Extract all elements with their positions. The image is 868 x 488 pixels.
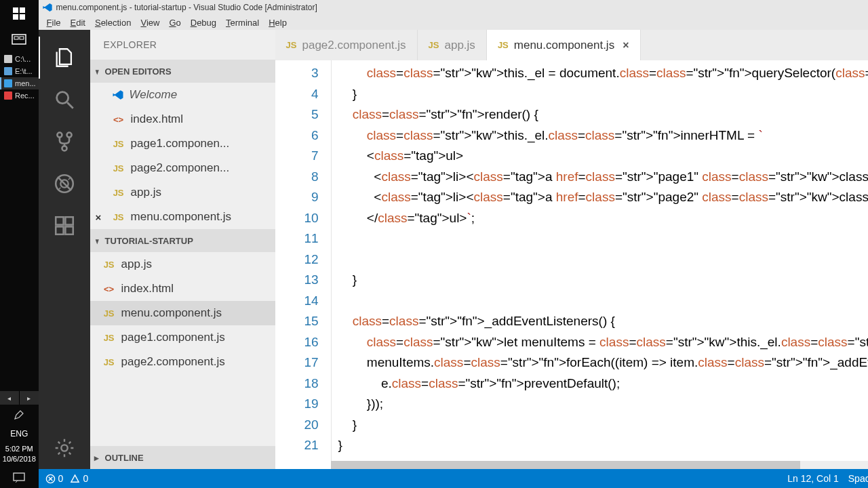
task-view-button[interactable] [0,27,39,53]
task-view-icon [12,34,26,46]
horizontal-scrollbar[interactable] [331,461,868,469]
code-editor[interactable]: 3456789101112131415161718192021 class=cl… [275,60,868,469]
chevron-down-icon: ▾ [95,236,100,246]
svg-rect-3 [14,473,24,481]
source-control-activity[interactable] [39,121,90,163]
sidebar-title: EXPLORER [90,30,275,60]
menu-edit[interactable]: Edit [66,18,90,28]
menu-terminal[interactable]: Terminal [222,18,263,28]
menubar: FileEditSelectionViewGoDebugTerminalHelp [39,15,868,30]
menu-file[interactable]: File [43,18,65,28]
git-icon [53,130,76,153]
open-editor-item[interactable]: JSpage2.componen... [90,156,275,180]
start-button[interactable] [0,0,39,27]
file-item[interactable]: JSpage2.component.js [90,350,275,374]
activity-bar [39,30,90,469]
svg-line-5 [67,102,73,108]
warning-icon [70,474,80,484]
window-title: menu.component.js - tutorial-startup - V… [56,3,868,12]
explorer-activity[interactable] [39,37,90,79]
menu-help[interactable]: Help [264,18,291,28]
open-editor-item[interactable]: ×JSmenu.component.js [90,205,275,229]
file-item[interactable]: <>index.html [90,277,275,301]
line-gutter: 3456789101112131415161718192021 [275,60,331,469]
problems-status[interactable]: 0 0 [45,473,89,484]
menu-debug[interactable]: Debug [186,18,220,28]
close-icon[interactable]: × [96,211,102,223]
svg-point-8 [62,146,66,150]
outline-header[interactable]: ▸ OUTLINE [90,446,275,469]
gear-icon [54,437,75,459]
svg-rect-17 [56,226,63,234]
svg-line-12 [58,178,60,180]
svg-point-6 [57,133,62,138]
settings-activity[interactable] [39,427,90,469]
language-indicator[interactable]: ENG [0,425,39,443]
editor-group: JSpage2.component.jsJSapp.jsJSmenu.compo… [275,30,868,469]
files-icon [53,46,76,69]
cursor-position[interactable]: Ln 12, Col 1 [787,473,839,484]
svg-rect-2 [20,37,24,39]
open-editor-item[interactable]: JSapp.js [90,180,275,205]
taskbar-app[interactable]: men... [0,77,39,89]
svg-line-13 [68,178,70,180]
menu-go[interactable]: Go [165,18,184,28]
svg-line-14 [58,188,60,190]
extensions-icon [53,214,76,237]
windows-logo-icon [13,7,25,20]
notification-icon [13,472,25,483]
open-editor-item[interactable]: JSpage1.componen... [90,131,275,156]
file-item[interactable]: JSapp.js [90,252,275,277]
windows-taskbar: C:\...E:\t...men...Rec... ◂▸ ENG 5:02 PM… [0,0,39,488]
open-editors-header[interactable]: ▾ OPEN EDITORS [90,60,275,83]
vscode-window: menu.component.js - tutorial-startup - V… [39,0,868,488]
status-bar: 0 0 Ln 12, Col 1 Spaces: 4 UTF-8 CRLF Ja… [39,469,868,488]
svg-rect-19 [65,217,73,224]
svg-rect-1 [14,37,18,39]
taskbar-scroll[interactable]: ◂▸ [0,391,39,405]
open-editor-item[interactable]: <>index.html [90,107,275,131]
menu-selection[interactable]: Selection [91,18,135,28]
editor-tab[interactable]: JSapp.js [418,30,487,60]
debug-activity[interactable] [39,163,90,205]
editor-tab[interactable]: JSpage2.component.js [275,30,418,60]
search-icon [53,88,76,111]
notifications-button[interactable] [0,468,39,488]
taskbar-app[interactable]: Rec... [0,89,39,102]
svg-point-7 [66,133,71,138]
menu-view[interactable]: View [136,18,163,28]
svg-rect-16 [56,217,63,224]
svg-point-4 [56,92,68,104]
editor-tab[interactable]: JSmenu.component.js× [487,30,641,60]
extensions-activity[interactable] [39,205,90,247]
clock[interactable]: 5:02 PM 10/6/2018 [0,443,39,468]
code-content[interactable]: class=class="str">"kw">this._el = docume… [331,60,868,469]
error-icon [45,474,56,484]
taskbar-app[interactable]: C:\... [0,53,39,65]
file-item[interactable]: JSpage1.component.js [90,325,275,350]
bug-icon [53,172,76,195]
svg-line-15 [68,188,70,190]
close-icon[interactable]: × [623,39,629,52]
editor-tabs: JSpage2.component.jsJSapp.jsJSmenu.compo… [275,30,868,60]
folder-header[interactable]: ▾ TUTORIAL-STARTUP [90,229,275,252]
app-icon [39,2,56,13]
file-item[interactable]: JSmenu.component.js [90,301,275,325]
titlebar: menu.component.js - tutorial-startup - V… [39,0,868,15]
svg-rect-18 [65,226,73,234]
search-activity[interactable] [39,79,90,121]
explorer-sidebar: EXPLORER ▾ OPEN EDITORS Welcome<>index.h… [90,30,275,469]
pen-icon[interactable] [0,405,39,425]
chevron-down-icon: ▾ [95,66,100,77]
taskbar-app[interactable]: E:\t... [0,65,39,77]
svg-point-20 [61,445,67,451]
indentation-status[interactable]: Spaces: 4 [848,473,868,484]
chevron-right-icon: ▸ [94,453,102,463]
open-editor-item[interactable]: Welcome [90,83,275,107]
